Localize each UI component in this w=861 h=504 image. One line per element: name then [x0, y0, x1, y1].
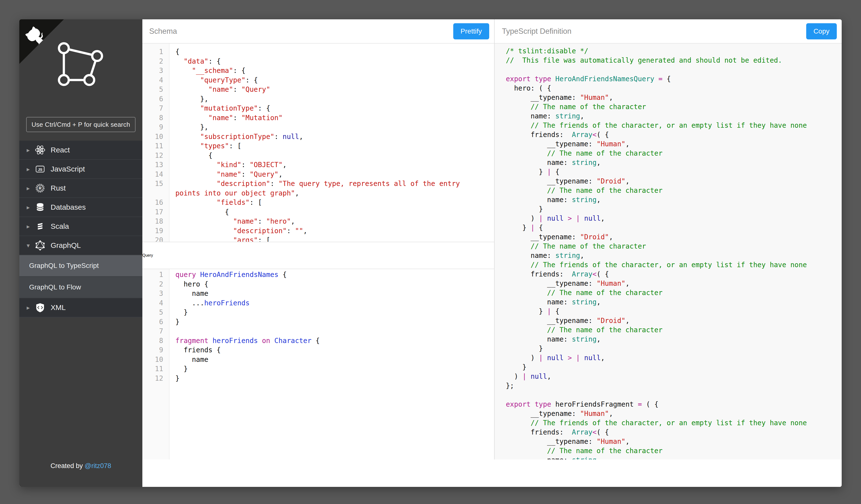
- code-line: 10 "subscriptionType": null,: [142, 132, 494, 142]
- code-line: // The friends of the character, or an e…: [495, 121, 842, 130]
- sidebar-item-rust[interactable]: ▸RRust: [19, 179, 142, 198]
- line-number: 5: [142, 85, 169, 94]
- code-line: // The name of the character: [495, 325, 842, 335]
- code-line: 5 "name": "Query": [142, 85, 494, 94]
- code-line: // The name of the character: [495, 288, 842, 298]
- typescript-panel-title: TypeScript Definition: [502, 27, 571, 36]
- sidebar-item-label: React: [51, 146, 70, 154]
- code-line: 9 },: [142, 123, 494, 132]
- sidebar: Use Ctrl/Cmd + P for quick search ▸React…: [19, 19, 142, 487]
- code-line: 14 "name": "Query",: [142, 170, 494, 179]
- code-line: name: string,: [495, 455, 842, 460]
- line-number: 7: [142, 104, 169, 113]
- line-number: 9: [142, 345, 169, 355]
- sidebar-subitem-label: GraphQL to Flow: [29, 283, 81, 291]
- code-line: __typename: "Droid",: [495, 177, 842, 186]
- query-editor[interactable]: 1query HeroAndFriendsNames {2 hero {3 na…: [142, 269, 494, 460]
- code-line: 6 },: [142, 94, 494, 104]
- line-number: 19: [142, 226, 169, 236]
- sidebar-item-xml[interactable]: ▸XML: [19, 298, 142, 317]
- line-number: 6: [142, 317, 169, 327]
- code-line: }: [495, 205, 842, 214]
- code-line: 19 "description": "",: [142, 226, 494, 236]
- code-line: name: string,: [495, 112, 842, 121]
- line-number: 12: [142, 374, 169, 383]
- code-line: // The friends of the character, or an e…: [495, 418, 842, 428]
- line-number: 8: [142, 336, 169, 346]
- code-line: // The name of the character: [495, 149, 842, 158]
- code-line: 9 friends {: [142, 345, 494, 355]
- line-number: [142, 189, 169, 198]
- sidebar-item-scala[interactable]: ▸Scala: [19, 217, 142, 236]
- code-line: 4 "queryType": {: [142, 76, 494, 85]
- code-line: export type HeroAndFriendsNamesQuery = {: [495, 74, 842, 84]
- sidebar-item-label: XML: [51, 303, 66, 312]
- chevron-right-icon: ▸: [27, 166, 33, 173]
- code-line: __typename: "Human",: [495, 279, 842, 288]
- chevron-right-icon: ▸: [27, 223, 33, 230]
- sidebar-item-react[interactable]: ▸React: [19, 141, 142, 160]
- code-line: 3 "__schema": {: [142, 66, 494, 76]
- database-icon: [35, 202, 46, 213]
- code-line: 18 "name": "hero",: [142, 217, 494, 226]
- code-line: // This file was automatically generated…: [495, 56, 842, 65]
- sidebar-subitem-graphql-to-typescript[interactable]: GraphQL to TypeScript: [19, 255, 142, 277]
- code-line: 7 "mutationType": {: [142, 104, 494, 113]
- line-number: 16: [142, 198, 169, 207]
- line-number: 15: [142, 179, 169, 189]
- site-logo: [56, 41, 106, 88]
- code-line: 8 "name": "Mutation": [142, 113, 494, 123]
- copy-button[interactable]: Copy: [806, 23, 837, 39]
- quick-search-hint: Use Ctrl/Cmd + P for quick search: [26, 117, 136, 132]
- code-line: name: string,: [495, 298, 842, 307]
- schema-editor[interactable]: 1{2 "data": {3 "__schema": {4 "queryType…: [142, 43, 494, 242]
- line-number: 6: [142, 94, 169, 104]
- code-line: ) | null > | null,: [495, 353, 842, 363]
- line-number: 18: [142, 217, 169, 226]
- footer-author-link[interactable]: @ritz078: [85, 462, 111, 469]
- code-line: export type heroFriendsFragment = ( {: [495, 400, 842, 409]
- bottom-strip: [142, 460, 842, 487]
- code-line: name: string,: [495, 335, 842, 344]
- line-number: 7: [142, 327, 169, 336]
- code-line: 2 "data": {: [142, 57, 494, 66]
- sidebar-footer: Created by @ritz078: [19, 460, 142, 472]
- typescript-output[interactable]: /* tslint:disable */// This file was aut…: [495, 43, 842, 460]
- typescript-header: TypeScript Definition Copy: [495, 19, 842, 43]
- code-line: ) | null > | null,: [495, 214, 842, 223]
- typescript-panel: TypeScript Definition Copy /* tslint:dis…: [494, 19, 842, 460]
- sidebar-item-graphql[interactable]: ▾GraphQL: [19, 236, 142, 255]
- sidebar-item-databases[interactable]: ▸Databases: [19, 198, 142, 217]
- line-number: 4: [142, 299, 169, 308]
- code-line: 1{: [142, 47, 494, 57]
- sidebar-item-label: Rust: [51, 184, 66, 192]
- sidebar-subitem-label: GraphQL to TypeScript: [29, 262, 99, 270]
- schema-panel-title: Schema: [149, 27, 177, 36]
- code-line: __typename: "Human",: [495, 93, 842, 102]
- sidebar-nav: ▸React▸JSJavaScript▸RRust▸Databases▸Scal…: [19, 141, 142, 317]
- line-number: 9: [142, 123, 169, 132]
- graphql-icon: [35, 240, 46, 251]
- code-line: name: string,: [495, 251, 842, 260]
- sidebar-item-label: JavaScript: [51, 165, 85, 173]
- sidebar-item-label: Databases: [51, 203, 86, 212]
- code-line: // The name of the character: [495, 446, 842, 455]
- line-number: 2: [142, 280, 169, 289]
- code-line: 12 {: [142, 151, 494, 161]
- code-line: 5 }: [142, 308, 494, 317]
- code-line: 10 name: [142, 355, 494, 365]
- code-line: } | {: [495, 223, 842, 232]
- code-line: name: string,: [495, 195, 842, 205]
- code-line: /* tslint:disable */: [495, 46, 842, 56]
- code-line: } | {: [495, 307, 842, 316]
- app-card: Use Ctrl/Cmd + P for quick search ▸React…: [19, 19, 842, 487]
- prettify-button[interactable]: Prettify: [453, 23, 489, 39]
- line-number: 2: [142, 57, 169, 66]
- sidebar-item-javascript[interactable]: ▸JSJavaScript: [19, 160, 142, 179]
- code-line: [495, 391, 842, 400]
- chevron-down-icon: ▾: [27, 242, 33, 249]
- code-line: // The name of the character: [495, 242, 842, 251]
- code-line: 4 ...heroFriends: [142, 299, 494, 308]
- sidebar-subitem-graphql-to-flow[interactable]: GraphQL to Flow: [19, 277, 142, 298]
- line-number: 8: [142, 113, 169, 123]
